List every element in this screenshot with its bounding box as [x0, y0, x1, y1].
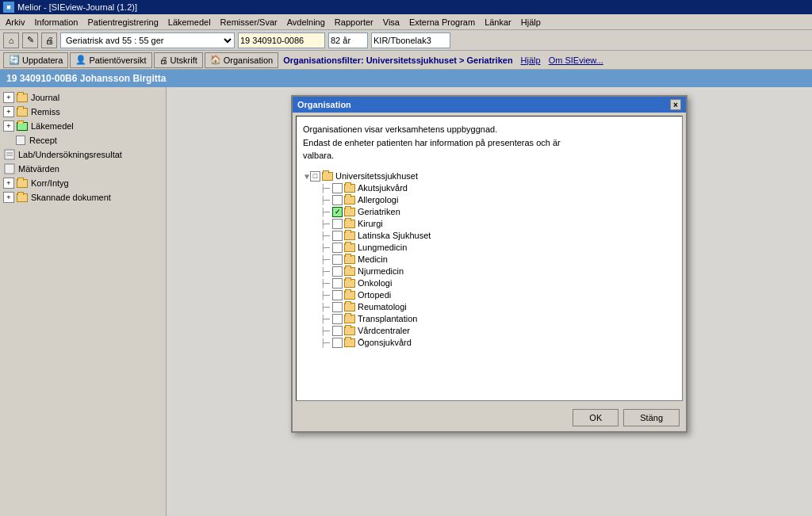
- toolbar-icon-3[interactable]: 🖨: [41, 32, 57, 48]
- menu-remisser[interactable]: Remisser/Svar: [218, 17, 280, 28]
- cancel-button[interactable]: Stäng: [623, 409, 680, 426]
- ward-select[interactable]: Geriatrisk avd 55 : 55 ger: [60, 32, 235, 48]
- title-text: Melior - [SIEview-Journal (1.2)]: [17, 2, 137, 12]
- folder-Vårdcentraler: [344, 327, 355, 335]
- menu-patientregistrering[interactable]: Patientregistrering: [85, 17, 160, 28]
- folder-Akutsjukvård: [344, 184, 355, 193]
- sidebar-item-matvarden[interactable]: Mätvärden: [0, 162, 166, 176]
- folder-Onkologi: [344, 279, 355, 288]
- expander-journal[interactable]: +: [3, 92, 14, 103]
- tree-root-item[interactable]: ▼ □ Universitetssjukhuset: [303, 170, 676, 182]
- leaf-icon-recept: [14, 134, 27, 147]
- label-Reumatologi: Reumatologi: [358, 302, 407, 312]
- sidebar-item-lab[interactable]: Lab/Undersökningsresultat: [0, 147, 166, 162]
- sidebar-item-remiss[interactable]: + Remiss: [0, 105, 166, 119]
- expander-lakemedel[interactable]: +: [3, 120, 14, 132]
- label-Ögonsjukvård: Ögonsjukvård: [358, 338, 412, 347]
- patient-header: 19 340910-00B6 Johansson Birgitta: [0, 70, 812, 87]
- menu-rapporter[interactable]: Rapporter: [332, 17, 376, 28]
- tree-child-10[interactable]: ├─Reumatologi: [303, 301, 676, 313]
- label-lakemedel: Läkemedel: [31, 121, 74, 131]
- dialog-body[interactable]: Organisationen visar verksamhetens uppby…: [296, 116, 683, 401]
- label-Onkologi: Onkologi: [358, 278, 392, 288]
- checkbox-Lungmedicin[interactable]: [332, 243, 343, 253]
- tree-child-9[interactable]: ├─Ortopedi: [303, 289, 676, 301]
- folder-icon-journal: [16, 91, 29, 104]
- checkbox-Reumatologi[interactable]: [332, 302, 343, 312]
- folder-Transplantation: [344, 315, 355, 323]
- checkbox-Ortopedi[interactable]: [332, 290, 343, 300]
- action-bar: 🔄 Uppdatera 👤 Patientöversikt 🖨 Utskrift…: [0, 51, 812, 70]
- menu-lakemedel[interactable]: Läkemedel: [166, 17, 213, 28]
- folder-icon-lakemedel: [16, 120, 29, 132]
- print-button[interactable]: 🖨 Utskrift: [154, 52, 203, 68]
- folder-Medicin: [344, 255, 355, 264]
- tree-child-6[interactable]: ├─Medicin: [303, 254, 676, 266]
- patient-name-text: 19 340910-00B6 Johansson Birgitta: [6, 73, 166, 84]
- dialog-title: Organisation: [297, 100, 351, 109]
- checkbox-Latinska Sjukhuset[interactable]: [332, 231, 343, 241]
- folder-icon-korr: [16, 177, 29, 189]
- tree-root-label: Universitetssjukhuset: [335, 171, 418, 181]
- checkbox-Njurmedicin[interactable]: [332, 266, 343, 277]
- menu-hjalp[interactable]: Hjälp: [519, 17, 543, 28]
- help-link[interactable]: Hjälp: [521, 55, 541, 65]
- label-korr: Korr/Intyg: [31, 178, 69, 188]
- label-matvarden: Mätvärden: [18, 164, 59, 174]
- checkbox-Transplantation[interactable]: [332, 314, 343, 324]
- folder-Geriatriken: [344, 208, 355, 216]
- checkbox-Onkologi[interactable]: [332, 278, 343, 289]
- tree-child-2[interactable]: ├─✓Geriatriken: [303, 206, 676, 218]
- sidebar-item-korr[interactable]: + Korr/Intyg: [0, 176, 166, 190]
- toolbar-icon-2[interactable]: ✎: [22, 32, 38, 48]
- tree-child-5[interactable]: ├─Lungmedicin: [303, 242, 676, 254]
- checkbox-Ögonsjukvård[interactable]: [332, 338, 343, 348]
- tree-child-11[interactable]: ├─Transplantation: [303, 313, 676, 325]
- toolbar: ⌂ ✎ 🖨 Geriatrisk avd 55 : 55 ger: [0, 30, 812, 51]
- tree-child-0[interactable]: ├─Akutsjukvård: [303, 182, 676, 194]
- menu-externa[interactable]: Externa Program: [407, 17, 477, 28]
- tree-child-8[interactable]: ├─Onkologi: [303, 277, 676, 289]
- tree-child-12[interactable]: ├─Vårdcentraler: [303, 325, 676, 337]
- sidebar-item-recept[interactable]: Recept: [0, 133, 166, 147]
- expander-korr[interactable]: +: [3, 178, 14, 189]
- ok-button[interactable]: OK: [573, 409, 619, 426]
- checkbox-Vårdcentraler[interactable]: [332, 326, 343, 336]
- dialog-close-button[interactable]: ×: [670, 99, 681, 110]
- patient-overview-button[interactable]: 👤 Patientöversikt: [70, 52, 151, 68]
- expander-skannade[interactable]: +: [3, 192, 14, 203]
- sidebar-item-lakemedel[interactable]: + Läkemedel: [0, 119, 166, 133]
- root-checkbox[interactable]: □: [310, 171, 320, 182]
- menu-avdelning[interactable]: Avdelning: [285, 17, 327, 28]
- label-remiss: Remiss: [31, 107, 60, 117]
- menu-information[interactable]: Information: [32, 17, 80, 28]
- expander-remiss[interactable]: +: [3, 106, 14, 117]
- tree-child-3[interactable]: ├─Kirurgi: [303, 218, 676, 230]
- about-link[interactable]: Om SIEview...: [549, 55, 603, 65]
- main-layout: + Journal + Remiss + Läkemedel Recept La…: [0, 87, 812, 516]
- update-button[interactable]: 🔄 Uppdatera: [3, 52, 68, 68]
- checkbox-Kirurgi[interactable]: [332, 219, 343, 229]
- checkbox-Akutsjukvård[interactable]: [332, 183, 343, 193]
- menu-visa[interactable]: Visa: [381, 17, 402, 28]
- checkbox-Medicin[interactable]: [332, 254, 343, 265]
- menu-lankar[interactable]: Länkar: [482, 17, 514, 28]
- label-Kirurgi: Kirurgi: [358, 219, 383, 228]
- organisation-button[interactable]: 🏠 Organisation: [205, 52, 278, 68]
- menu-arkiv[interactable]: Arkiv: [3, 17, 27, 28]
- label-Geriatriken: Geriatriken: [358, 207, 400, 216]
- tree-child-4[interactable]: ├─Latinska Sjukhuset: [303, 230, 676, 242]
- tree-child-1[interactable]: ├─Allergologi: [303, 194, 676, 206]
- toolbar-icon-1[interactable]: ⌂: [3, 32, 19, 48]
- tree-child-13[interactable]: ├─Ögonsjukvård: [303, 337, 676, 349]
- patient-id-input[interactable]: [238, 32, 325, 48]
- app-icon: ■: [3, 2, 14, 13]
- tree-child-7[interactable]: ├─Njurmedicin: [303, 266, 676, 277]
- sidebar-item-skannade[interactable]: + Skannade dokument: [0, 190, 166, 204]
- label-Latinska Sjukhuset: Latinska Sjukhuset: [358, 231, 431, 240]
- checkbox-Allergologi[interactable]: [332, 195, 343, 205]
- update-icon: 🔄: [9, 55, 20, 65]
- label-Transplantation: Transplantation: [358, 314, 417, 323]
- checkbox-Geriatriken[interactable]: ✓: [332, 207, 343, 217]
- sidebar-item-journal[interactable]: + Journal: [0, 90, 166, 105]
